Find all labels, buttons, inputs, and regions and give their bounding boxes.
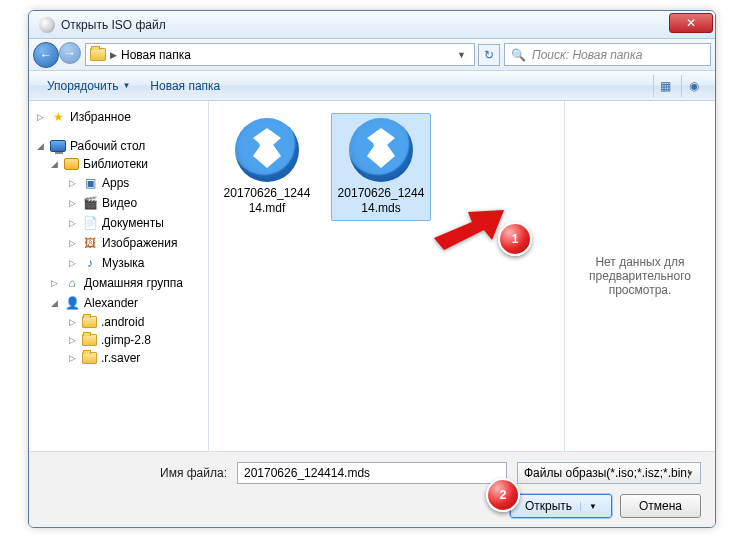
filename-label: Имя файла: — [160, 466, 227, 480]
file-item-mdf[interactable]: 20170626_124414.mdf — [217, 113, 317, 221]
tree-apps[interactable]: ▷▣Apps — [33, 173, 208, 193]
open-file-dialog: Открыть ISO файл ✕ ← → ▶ Новая папка ▼ ↻… — [28, 10, 716, 528]
new-folder-button[interactable]: Новая папка — [142, 75, 228, 97]
file-name: 20170626_124414.mdf — [222, 186, 312, 216]
homegroup-icon: ⌂ — [64, 275, 80, 291]
cancel-button[interactable]: Отмена — [620, 494, 701, 518]
preview-pane: Нет данных для предварительного просмотр… — [565, 101, 715, 451]
disc-image-icon — [349, 118, 413, 182]
toolbar: Упорядочить ▼ Новая папка ▦ ◉ — [29, 71, 715, 101]
organize-label: Упорядочить — [47, 79, 118, 93]
app-icon: ▣ — [82, 175, 98, 191]
libraries-icon — [64, 158, 79, 170]
filename-input[interactable] — [237, 462, 507, 484]
callout-2: 2 — [486, 478, 520, 512]
search-placeholder: Поиск: Новая папка — [532, 48, 642, 62]
close-button[interactable]: ✕ — [669, 13, 713, 33]
view-icon: ▦ — [660, 79, 671, 93]
tree-folder[interactable]: ▷.android — [33, 313, 208, 331]
callout-1: 1 — [498, 222, 532, 256]
dialog-footer: Имя файла: Файлы образы(*.iso;*.isz;*.bi… — [29, 451, 715, 528]
open-label: Открыть — [525, 499, 572, 513]
music-icon: ♪ — [82, 255, 98, 271]
tree-folder[interactable]: ▷.gimp-2.8 — [33, 331, 208, 349]
chevron-down-icon: ▼ — [122, 81, 130, 90]
video-icon: 🎬 — [82, 195, 98, 211]
help-icon: ◉ — [689, 79, 699, 93]
tree-documents[interactable]: ▷📄Документы — [33, 213, 208, 233]
file-item-mds[interactable]: 20170626_124414.mds — [331, 113, 431, 221]
arrow-overlay-1 — [434, 210, 504, 263]
new-folder-label: Новая папка — [150, 79, 220, 93]
document-icon: 📄 — [82, 215, 98, 231]
svg-marker-0 — [434, 210, 504, 250]
tree-pictures[interactable]: ▷🖼Изображения — [33, 233, 208, 253]
star-icon: ★ — [50, 109, 66, 125]
arrow-right-icon: → — [64, 46, 76, 60]
chevron-down-icon: ▼ — [580, 502, 597, 511]
file-name: 20170626_124414.mds — [336, 186, 426, 216]
open-button[interactable]: Открыть ▼ — [510, 494, 612, 518]
tree-folder[interactable]: ▷.r.saver — [33, 349, 208, 367]
window-title: Открыть ISO файл — [61, 18, 166, 32]
search-icon: 🔍 — [511, 48, 526, 62]
file-list[interactable]: 20170626_124414.mdf 20170626_124414.mds — [209, 101, 565, 451]
breadcrumb-current[interactable]: Новая папка — [121, 48, 191, 62]
refresh-button[interactable]: ↻ — [478, 44, 500, 66]
title-bar: Открыть ISO файл ✕ — [29, 11, 715, 39]
breadcrumb-bar[interactable]: ▶ Новая папка ▼ — [85, 43, 475, 66]
tree-libraries[interactable]: ◢Библиотеки — [33, 155, 208, 173]
dialog-body: ▷★Избранное ◢Рабочий стол ◢Библиотеки ▷▣… — [29, 101, 715, 451]
refresh-icon: ↻ — [484, 48, 494, 62]
disc-image-icon — [235, 118, 299, 182]
organize-button[interactable]: Упорядочить ▼ — [39, 75, 138, 97]
cancel-label: Отмена — [639, 499, 682, 513]
help-button[interactable]: ◉ — [681, 75, 705, 97]
search-input[interactable]: 🔍 Поиск: Новая папка — [504, 43, 711, 66]
tree-desktop[interactable]: ◢Рабочий стол — [33, 137, 208, 155]
nav-bar: ← → ▶ Новая папка ▼ ↻ 🔍 Поиск: Новая пап… — [29, 39, 715, 71]
folder-icon — [82, 334, 97, 346]
folder-icon — [90, 48, 106, 61]
tree-video[interactable]: ▷🎬Видео — [33, 193, 208, 213]
tree-music[interactable]: ▷♪Музыка — [33, 253, 208, 273]
forward-button[interactable]: → — [59, 42, 81, 64]
file-type-select[interactable]: Файлы образы(*.iso;*.isz;*.bin; — [517, 462, 701, 484]
folder-icon — [82, 316, 97, 328]
preview-empty-text: Нет данных для предварительного просмотр… — [575, 255, 705, 297]
chevron-right-icon: ▶ — [110, 50, 117, 60]
nav-tree[interactable]: ▷★Избранное ◢Рабочий стол ◢Библиотеки ▷▣… — [29, 101, 209, 451]
tree-favorites[interactable]: ▷★Избранное — [33, 107, 208, 127]
file-type-label: Файлы образы(*.iso;*.isz;*.bin; — [524, 466, 690, 480]
folder-icon — [82, 352, 97, 364]
image-icon: 🖼 — [82, 235, 98, 251]
close-icon: ✕ — [686, 16, 696, 30]
user-icon: 👤 — [64, 295, 80, 311]
arrow-left-icon: ← — [40, 48, 52, 62]
breadcrumb-dropdown[interactable]: ▼ — [453, 50, 470, 60]
app-icon — [39, 17, 55, 33]
back-button[interactable]: ← — [33, 42, 59, 68]
tree-user[interactable]: ◢👤Alexander — [33, 293, 208, 313]
view-button[interactable]: ▦ — [653, 75, 677, 97]
desktop-icon — [50, 140, 66, 152]
file-pane: 20170626_124414.mdf 20170626_124414.mds … — [209, 101, 715, 451]
tree-homegroup[interactable]: ▷⌂Домашняя группа — [33, 273, 208, 293]
nav-buttons: ← → — [33, 42, 81, 68]
